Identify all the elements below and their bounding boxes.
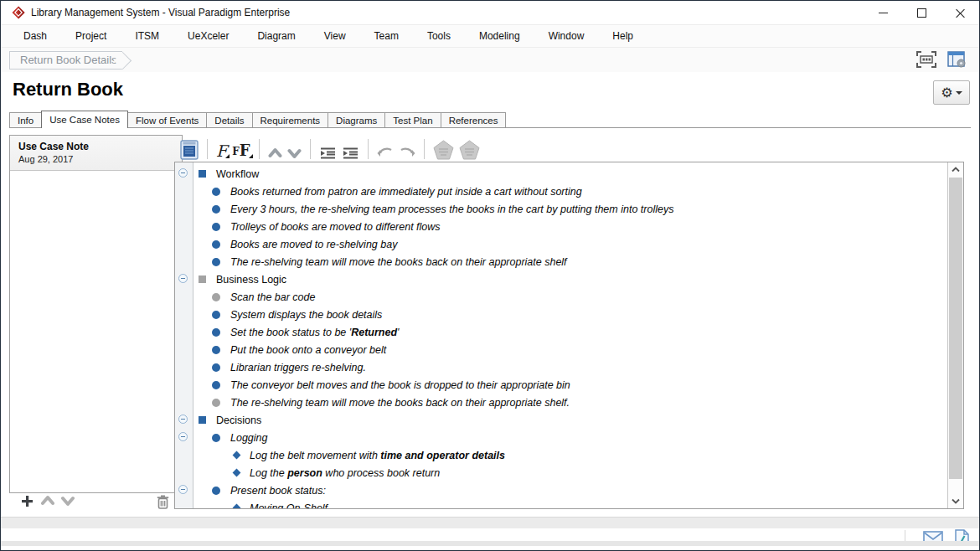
menu-diagram[interactable]: Diagram (243, 26, 309, 46)
outline-text: The re-shelving team will move the books… (230, 256, 567, 268)
notes-actions-bar (9, 495, 183, 510)
panel-layout-button[interactable] (946, 50, 967, 69)
collapse-toggle-icon[interactable] (178, 485, 188, 494)
outline-row[interactable]: System displays the book details (175, 306, 946, 323)
tab-requirements[interactable]: Requirements (252, 112, 329, 127)
outline-row[interactable]: Log the belt movement with time and oper… (175, 446, 946, 464)
collapse-toggle-icon[interactable] (178, 415, 188, 424)
undo-button[interactable] (374, 138, 396, 160)
menu-modeling[interactable]: Modeling (465, 26, 534, 46)
tab-flow-of-events[interactable]: Flow of Events (127, 112, 207, 127)
bullet-circle-icon (212, 223, 220, 231)
breadcrumb[interactable]: Return Book Details (9, 51, 122, 70)
app-window: Library Management System - Visual Parad… (0, 0, 980, 551)
tab-details[interactable]: Details (206, 112, 252, 127)
outline-row[interactable]: Log the person who process book return (175, 464, 946, 481)
menu-itsm[interactable]: ITSM (121, 26, 173, 46)
outline-row[interactable]: Books returned from patron are immediate… (175, 183, 946, 200)
scrollbar-thumb[interactable] (949, 178, 962, 479)
menu-tools[interactable]: Tools (413, 26, 465, 46)
toolbar-separator (368, 139, 369, 159)
outline-text: Business Logic (216, 274, 286, 286)
menu-uexceler[interactable]: UeXceler (173, 26, 243, 46)
open-note-editor-button[interactable] (178, 138, 201, 160)
close-button[interactable] (941, 1, 979, 24)
outline-row[interactable]: Present book status: (175, 481, 946, 499)
bullet-circle-icon (212, 363, 220, 372)
add-note-button[interactable] (21, 495, 34, 508)
convert-to-shape-alt-button[interactable] (456, 138, 482, 160)
tab-test-plan[interactable]: Test Plan (384, 112, 441, 127)
outline-text: The re-shelving team will move the books… (230, 397, 570, 409)
maximize-button[interactable] (902, 1, 941, 24)
collapse-toggle-icon[interactable] (178, 432, 188, 441)
bullet-diamond-icon (233, 504, 241, 509)
outline-row[interactable]: Books are moved to re-shelving bay (175, 235, 946, 253)
outline-row[interactable]: The re-shelving team will move the books… (175, 253, 946, 270)
outline-row[interactable]: Business Logic (175, 270, 946, 288)
breadcrumb-row: Return Book Details (1, 47, 979, 72)
chevron-up-icon (268, 147, 282, 160)
outline-row[interactable]: Put the book onto a conveyor belt (175, 341, 946, 358)
redo-button[interactable] (396, 138, 418, 160)
fit-region-icon (916, 51, 936, 68)
outline-row[interactable]: Moving On-Shelf (175, 499, 946, 509)
convert-to-shape-button[interactable] (431, 138, 456, 160)
tab-use-case-notes[interactable]: Use Case Notes (41, 111, 128, 128)
indent-button[interactable] (339, 138, 362, 160)
menu-view[interactable]: View (310, 26, 360, 46)
bullet-circle-icon (212, 205, 220, 214)
outline-row[interactable]: Trolleys of books are moved to different… (175, 218, 946, 235)
outdent-button[interactable] (317, 138, 339, 160)
scroll-down-button[interactable] (948, 494, 963, 508)
font-size-button[interactable]: F F (230, 138, 252, 160)
outline-row[interactable]: Librarian triggers re-shelving. (175, 358, 946, 376)
bullet-circle-icon (212, 311, 220, 319)
bullet-diamond-icon (233, 451, 241, 460)
outline-row[interactable]: The re-shelving team will move the books… (175, 394, 946, 411)
actions-menu-button[interactable]: ⚙ (933, 80, 970, 105)
font-style-button[interactable]: F (214, 138, 230, 160)
collapse-toggle-icon[interactable] (178, 168, 188, 178)
menu-team[interactable]: Team (360, 26, 413, 46)
minimize-button[interactable] (864, 1, 902, 24)
outline-row[interactable]: Scan the bar code (175, 288, 946, 306)
menu-project[interactable]: Project (61, 26, 121, 46)
use-case-notes-list: Use Case Note Aug 29, 2017 (9, 135, 183, 493)
move-item-down-button[interactable] (285, 138, 304, 160)
tab-diagrams[interactable]: Diagrams (328, 112, 385, 127)
outline-row[interactable]: The conveyor belt moves and the book is … (175, 376, 946, 394)
bullet-circle-icon (212, 381, 220, 389)
tab-references[interactable]: References (441, 112, 507, 127)
redo-icon (399, 147, 415, 160)
fit-region-button[interactable] (916, 50, 937, 69)
menu-help[interactable]: Help (598, 26, 647, 46)
outline-row[interactable]: Set the book status to be 'Returned' (175, 323, 946, 341)
note-document-icon (180, 140, 199, 160)
visual-paradigm-logo-icon (12, 6, 25, 19)
tab-info[interactable]: Info (9, 112, 42, 127)
note-list-item[interactable]: Use Case Note Aug 29, 2017 (10, 136, 182, 171)
menu-dash[interactable]: Dash (9, 26, 61, 46)
vertical-scrollbar[interactable] (947, 162, 963, 508)
move-item-up-button[interactable] (266, 138, 285, 160)
bullet-circle-icon (212, 487, 220, 495)
outline-row[interactable]: Workflow (175, 165, 946, 183)
note-date: Aug 29, 2017 (10, 152, 182, 164)
chevron-up-icon (41, 495, 54, 507)
outline-text: The conveyor belt moves and the book is … (230, 379, 570, 391)
move-note-up-button[interactable] (41, 495, 54, 508)
menu-window[interactable]: Window (534, 26, 599, 46)
outline-text: Decisions (216, 415, 261, 426)
note-editor[interactable]: WorkflowBooks returned from patron are i… (174, 162, 964, 509)
outline-row[interactable]: Logging (175, 429, 946, 446)
move-note-down-button[interactable] (61, 495, 75, 508)
outline-row[interactable]: Every 3 hours, the re-shelving team proc… (175, 200, 946, 218)
scroll-up-button[interactable] (948, 162, 963, 177)
font-size-small-letter: F (232, 143, 240, 160)
outline-text: Books are moved to re-shelving bay (230, 239, 397, 250)
outline-row[interactable]: Decisions (175, 411, 946, 429)
bullet-circle-icon (212, 240, 220, 249)
delete-note-button[interactable] (157, 495, 170, 508)
collapse-toggle-icon[interactable] (178, 274, 188, 283)
